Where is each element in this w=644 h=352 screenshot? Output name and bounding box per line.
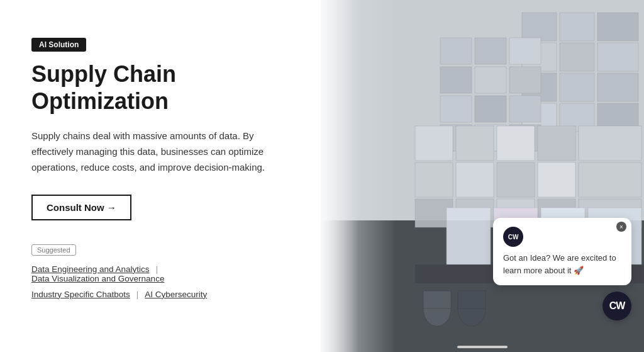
suggested-links: Data Engineering and Analytics | Data Vi… (31, 264, 289, 299)
chat-close-button[interactable]: × (616, 222, 626, 232)
svg-rect-29 (538, 126, 575, 161)
svg-rect-2 (522, 13, 557, 41)
svg-rect-9 (560, 73, 594, 101)
suggested-label: Suggested (31, 244, 76, 256)
chat-bubble-text: Got an Idea? We are excited to learn mor… (503, 252, 621, 276)
svg-rect-21 (475, 96, 506, 122)
left-panel: AI Solution Supply Chain Optimization Su… (0, 0, 321, 352)
chat-avatar-small: CW (503, 227, 523, 247)
svg-rect-32 (456, 162, 494, 197)
link-data-engineering[interactable]: Data Engineering and Analytics (31, 264, 150, 274)
scroll-indicator (457, 346, 508, 348)
svg-rect-34 (538, 162, 575, 197)
link-industry-chatbots[interactable]: Industry Specific Chatbots (31, 290, 130, 299)
svg-rect-19 (509, 67, 541, 93)
main-title: Supply Chain Optimization (31, 60, 289, 115)
ai-badge: AI Solution (31, 38, 86, 52)
svg-rect-18 (475, 67, 506, 93)
chat-widget: × CW Got an Idea? We are excited to lear… (493, 218, 631, 321)
svg-rect-41 (447, 208, 491, 264)
svg-rect-15 (475, 38, 506, 64)
svg-rect-27 (456, 126, 494, 161)
svg-rect-33 (497, 162, 535, 197)
svg-rect-28 (497, 126, 535, 161)
svg-rect-4 (597, 13, 638, 41)
svg-rect-48 (458, 291, 486, 309)
separator-1: | (156, 264, 158, 274)
chat-bubble: × CW Got an Idea? We are excited to lear… (493, 218, 631, 285)
description: Supply chains deal with massive amounts … (31, 128, 277, 175)
image-fade (321, 0, 358, 352)
svg-rect-10 (597, 73, 638, 101)
main-container: AI Solution Supply Chain Optimization Su… (0, 0, 644, 352)
svg-rect-22 (509, 96, 541, 122)
svg-rect-16 (509, 38, 541, 64)
svg-rect-35 (579, 162, 641, 197)
link-data-visualization[interactable]: Data Visualization and Governance (31, 274, 164, 283)
svg-rect-30 (579, 126, 641, 161)
suggested-row-2: Industry Specific Chatbots | AI Cybersec… (31, 290, 289, 299)
link-ai-cybersecurity[interactable]: AI Cybersecurity (145, 290, 207, 299)
chat-avatar-label: CW (508, 232, 519, 242)
svg-rect-6 (560, 43, 594, 71)
suggested-row-1: Data Engineering and Analytics | Data Vi… (31, 264, 289, 283)
svg-rect-3 (560, 13, 594, 41)
svg-rect-7 (597, 43, 638, 71)
separator-2: | (136, 290, 138, 299)
right-panel: × CW Got an Idea? We are excited to lear… (321, 0, 644, 352)
chat-icon-label: CW (609, 300, 625, 312)
consult-now-button[interactable]: Consult Now → (31, 195, 131, 220)
chat-open-button[interactable]: CW (602, 292, 631, 321)
